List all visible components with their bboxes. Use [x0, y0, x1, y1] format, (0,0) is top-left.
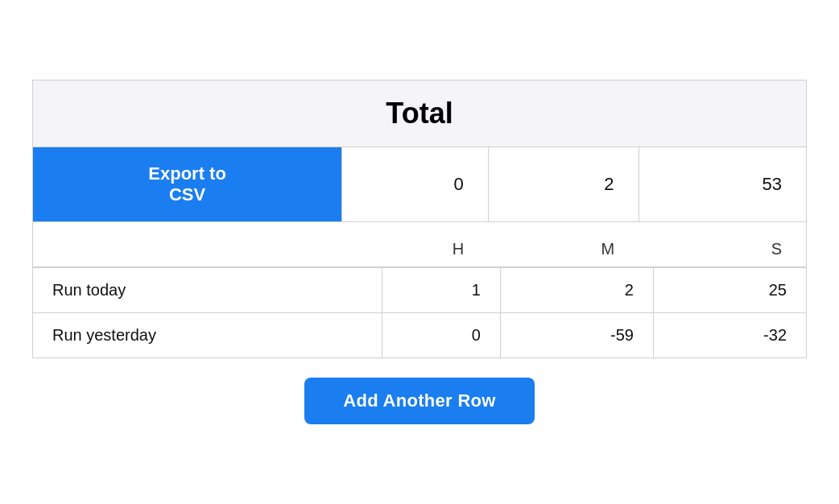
total-m: 2 — [488, 147, 639, 222]
row-label: Run today — [33, 267, 382, 312]
add-another-row-button[interactable]: Add Another Row — [304, 378, 534, 424]
total-s: 53 — [639, 147, 806, 222]
main-container: Total Export to CSV 0 2 53 H M S — [16, 64, 823, 440]
export-csv-button[interactable]: Export to CSV — [33, 147, 342, 222]
row-label: Run yesterday — [33, 312, 382, 357]
title-row: Total — [33, 81, 807, 147]
table-row: Run yesterday0-59-32 — [33, 312, 807, 357]
column-header-row: H M S — [33, 232, 807, 267]
row-s: -32 — [653, 312, 806, 357]
data-table: Run today1225Run yesterday0-59-32 — [32, 267, 807, 358]
col-s-header: S — [639, 232, 806, 267]
total-h: 0 — [342, 147, 489, 222]
data-rows-body: Run today1225Run yesterday0-59-32 — [33, 267, 807, 357]
row-m: 2 — [500, 267, 653, 312]
col-label-header — [33, 232, 342, 267]
page-title: Total — [33, 81, 807, 147]
spacer — [33, 222, 807, 232]
summary-table: Total Export to CSV 0 2 53 H M S — [32, 80, 807, 267]
add-row-container: Add Another Row — [32, 378, 807, 424]
col-m-header: M — [488, 232, 639, 267]
totals-row: Export to CSV 0 2 53 — [33, 147, 807, 222]
row-s: 25 — [653, 267, 806, 312]
col-h-header: H — [342, 232, 489, 267]
row-h: 1 — [382, 267, 501, 312]
row-h: 0 — [382, 312, 501, 357]
table-row: Run today1225 — [33, 267, 807, 312]
row-m: -59 — [500, 312, 653, 357]
